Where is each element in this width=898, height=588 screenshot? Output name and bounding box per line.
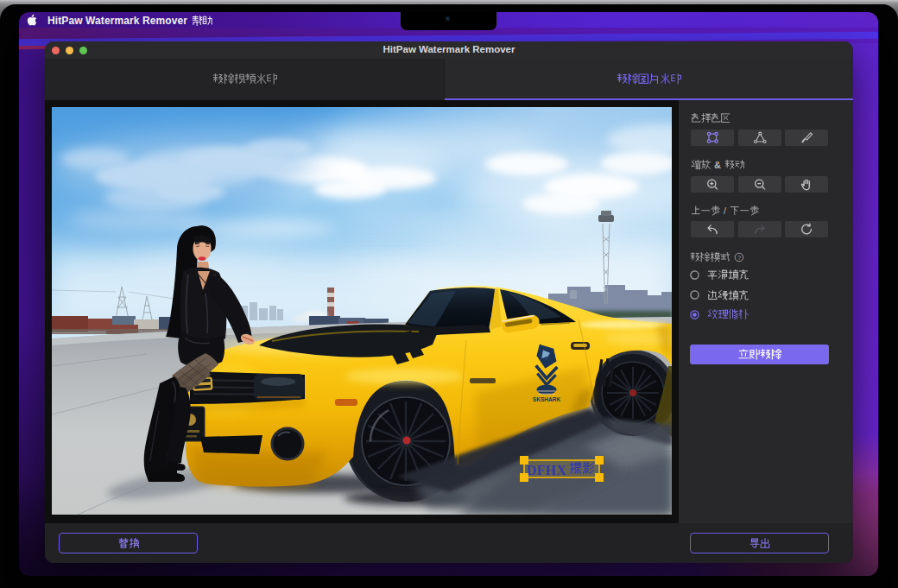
svg-text:SKSHARK: SKSHARK: [533, 396, 561, 402]
svg-text:?: ?: [737, 254, 741, 262]
svg-text:DFHX: DFHX: [527, 463, 566, 477]
